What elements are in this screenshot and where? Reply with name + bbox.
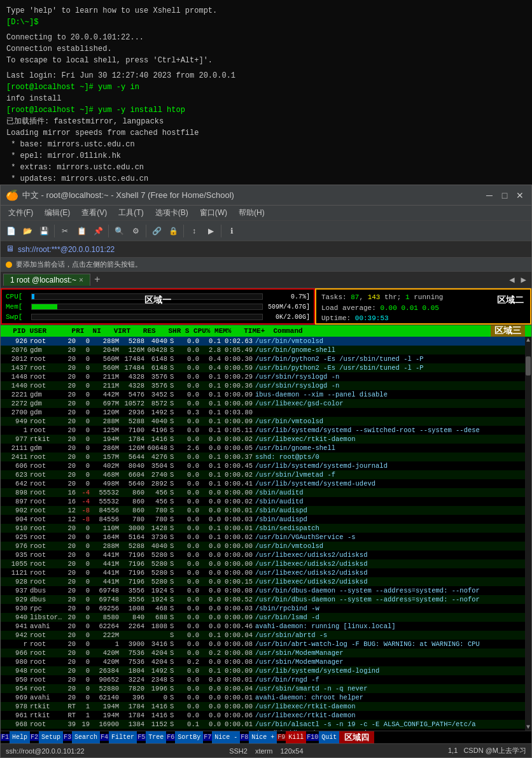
fkey-label-search[interactable]: Search <box>72 731 100 743</box>
table-row[interactable]: 948 root 20 0 26384 1804 1492 S 0.0 0.1 … <box>1 666 525 675</box>
fkey-f4[interactable]: F4 Filter <box>100 731 137 743</box>
table-row[interactable]: 928 root 20 0 441M 7196 5280 S 0.0 0.0 0… <box>1 577 525 586</box>
table-row[interactable]: 1440 root 20 0 211M 4328 3576 S 0.0 0.1 … <box>1 381 525 390</box>
table-row[interactable]: 942 root 20 0 222M S 0.0 0.1 0:00.04 /us… <box>1 631 525 640</box>
scroll-up-arrow[interactable]: ▲ <box>525 337 531 344</box>
fkey-label-nice-plus[interactable]: Nice + <box>249 731 277 743</box>
table-row[interactable]: 940 libstorag 20 0 8580 840 688 S 0.0 0.… <box>1 613 525 622</box>
maximize-button[interactable]: □ <box>498 189 511 202</box>
table-row[interactable]: 941 avahi 20 0 62264 2264 1808 S 0.0 0.0… <box>1 622 525 631</box>
menu-window[interactable]: 窗口(W) <box>195 206 232 220</box>
menu-edit[interactable]: 编辑(E) <box>39 206 75 220</box>
table-row[interactable]: 623 root 20 0 468M 6604 2740 S 0.0 0.1 0… <box>1 470 525 479</box>
table-row[interactable]: 966 root 20 0 420M 7536 4204 S 0.0 0.2 0… <box>1 649 525 657</box>
tb-save-button[interactable]: 💾 <box>36 223 52 239</box>
tb-search-button[interactable]: 🔍 <box>111 223 127 239</box>
table-row[interactable]: 969 avahi 20 0 62140 396 0 S 0.0 0.0 0:0… <box>1 693 525 702</box>
fkey-label-sortby[interactable]: SortBy <box>175 731 203 743</box>
table-row[interactable]: 2012 root 20 0 560M 17484 6148 S 0.0 0.4… <box>1 354 525 363</box>
tb-new-button[interactable]: 📄 <box>3 223 18 239</box>
col-s: S <box>170 462 179 470</box>
fkey-f5[interactable]: F5 Tree <box>137 731 166 743</box>
tb-settings-button[interactable]: ⚙ <box>128 223 143 239</box>
scroll-down-arrow[interactable]: ▼ <box>525 724 531 731</box>
table-row[interactable]: 961 rtkit RT 1 194M 1784 1416 S 0.0 0.0 … <box>1 711 525 720</box>
table-row[interactable]: 976 root 20 0 288M 5288 4040 S 0.0 0.0 0… <box>1 542 525 551</box>
col-cpu: 0.0 <box>179 649 202 657</box>
table-row[interactable]: 968 root 39 19 16900 1384 1152 S 0.1 0.0… <box>1 720 525 729</box>
tab-add-button[interactable]: + <box>90 274 104 286</box>
fkey-label-quit[interactable]: Quit <box>319 731 339 743</box>
table-row[interactable]: 2700 gdm 20 0 120M 2936 1492 S 0.3 0.1 0… <box>1 408 525 417</box>
fkey-label-setup[interactable]: Setup <box>39 731 63 743</box>
tb-info-button[interactable]: ℹ <box>224 223 239 239</box>
fkey-f2[interactable]: F2 Setup <box>30 731 63 743</box>
table-row[interactable]: 949 root 20 0 288M 5288 4040 S 0.0 0.1 0… <box>1 417 525 426</box>
close-button[interactable]: ✕ <box>514 189 526 202</box>
table-row[interactable]: 1437 root 20 0 560M 17484 6148 S 0.0 0.4… <box>1 363 525 372</box>
menu-view[interactable]: 查看(V) <box>76 206 112 220</box>
menu-help[interactable]: 帮助(H) <box>234 206 270 220</box>
tab-next-button[interactable]: ▶ <box>519 274 529 285</box>
table-row[interactable]: 902 root 12 -8 84556 860 780 S 0.0 0.0 0… <box>1 506 525 515</box>
table-row[interactable]: 978 rtkit RT 1 194M 1784 1416 S 0.0 0.0 … <box>1 702 525 711</box>
table-row[interactable]: r root 20 0 1 3900 3416 S 0.0 0.0 0:00.0… <box>1 640 525 649</box>
table-row[interactable]: 2411 root 20 0 157M 5644 4276 S 0.0 0.1 … <box>1 453 525 461</box>
scroll-thumb[interactable] <box>526 356 531 375</box>
fkey-label-filter[interactable]: Filter <box>109 731 137 743</box>
table-row[interactable]: 898 root 16 -4 55532 860 456 S 0.0 0.0 0… <box>1 488 525 497</box>
table-row[interactable]: 937 dbus 20 0 69748 3556 1924 S 0.0 0.0 … <box>1 586 525 595</box>
fkey-f9[interactable]: F9 Kill <box>277 731 306 743</box>
tb-copy-button[interactable]: 📋 <box>74 223 89 239</box>
table-row[interactable]: 950 root 20 0 90652 3224 2348 S 0.0 0.0 … <box>1 675 525 684</box>
table-row[interactable]: 606 root 20 0 402M 8040 3504 S 0.0 0.1 0… <box>1 461 525 470</box>
fkey-f3[interactable]: F3 Search <box>63 731 100 743</box>
col-cpu: 0.2 <box>179 658 202 666</box>
table-row[interactable]: 904 root 12 -8 84556 780 780 S 0.0 0.0 0… <box>1 515 525 524</box>
fkey-label-kill[interactable]: Kill <box>286 731 306 743</box>
fkey-f7[interactable]: F7 Nice - <box>203 731 240 743</box>
proc-list[interactable]: 926 root 20 0 288M 5288 4040 S 0.0 0.1 0… <box>1 337 525 731</box>
tb-terminal-button[interactable]: ▶ <box>203 223 218 239</box>
table-row[interactable]: 930 rpc 20 0 69256 1008 468 S 0.0 0.0 0:… <box>1 604 525 613</box>
table-row[interactable]: 954 root 20 0 52880 7820 1996 S 0.0 0.0 … <box>1 684 525 693</box>
table-row[interactable]: 1121 root 20 0 441M 7196 5280 S 0.0 0.0 … <box>1 568 525 577</box>
table-row[interactable]: 2221 gdm 20 0 442M 5476 3452 S 0.0 0.1 0… <box>1 390 525 399</box>
table-row[interactable]: 980 root 20 0 420M 7536 4204 S 0.2 0.0 0… <box>1 657 525 666</box>
minimize-button[interactable]: ─ <box>483 189 496 202</box>
table-row[interactable]: 1 root 20 0 125M 7100 4196 S 0.0 0.1 0:0… <box>1 426 525 435</box>
fkey-f1[interactable]: F1 Help <box>1 731 30 743</box>
fkey-f8[interactable]: F8 Nice + <box>240 731 277 743</box>
table-row[interactable]: 1448 root 20 0 211M 4328 3576 S 0.0 0.1 … <box>1 372 525 381</box>
tab-close-button[interactable]: × <box>79 276 83 284</box>
table-row[interactable]: 925 root 20 0 164M 5164 3736 S 0.0 0.1 0… <box>1 533 525 542</box>
table-row[interactable]: 929 dbus 20 0 69748 3556 1924 S 0.0 0.0 … <box>1 595 525 604</box>
fkey-label-help[interactable]: Help <box>10 731 30 743</box>
fkey-label-nice-minus[interactable]: Nice - <box>212 731 240 743</box>
tb-paste-button[interactable]: 📌 <box>90 223 106 239</box>
table-row[interactable]: 1055 root 20 0 441M 7196 5280 S 0.0 0.0 … <box>1 559 525 568</box>
table-row[interactable]: 926 root 20 0 288M 5288 4040 S 0.0 0.1 0… <box>1 337 525 346</box>
tab-prev-button[interactable]: ◀ <box>507 274 517 285</box>
tab-item-active[interactable]: 1 root @localhost:~ × <box>3 274 90 286</box>
table-row[interactable]: 642 root 20 0 498M 5640 2892 S 0.0 0.1 0… <box>1 479 525 488</box>
table-row[interactable]: 2111 gdm 20 0 286M 126M 60648 S 2.6 0.0 … <box>1 444 525 453</box>
table-row[interactable]: 910 root 20 0 110M 3000 1428 S 0.0 0.1 0… <box>1 524 525 533</box>
scrollbar[interactable]: ▲ ▼ <box>525 337 531 731</box>
tb-disconnect-button[interactable]: 🔒 <box>165 223 181 239</box>
tb-transfer-button[interactable]: ↕ <box>186 223 202 239</box>
table-row[interactable]: 2272 gdm 20 0 697M 10572 8572 S 0.0 0.1 … <box>1 399 525 408</box>
menu-tools[interactable]: 工具(T) <box>113 206 148 220</box>
table-row[interactable]: 977 rtkit 20 0 194M 1784 1416 S 0.0 0.0 … <box>1 435 525 444</box>
table-row[interactable]: 897 root 16 -4 55532 860 456 S 0.0 0.0 0… <box>1 497 525 506</box>
tb-open-button[interactable]: 📂 <box>20 223 35 239</box>
tb-connect-button[interactable]: 🔗 <box>149 223 164 239</box>
menu-file[interactable]: 文件(F) <box>3 206 38 220</box>
tb-cut-button[interactable]: ✂ <box>57 223 73 239</box>
fkey-f6[interactable]: F6 SortBy <box>166 731 203 743</box>
menu-tab[interactable]: 选项卡(B) <box>150 206 193 220</box>
table-row[interactable]: 2076 gdm 20 0 204M 126M 00428 S 0.0 2.8 … <box>1 346 525 354</box>
table-row[interactable]: 935 root 20 0 441M 7196 5280 S 0.0 0.0 0… <box>1 551 525 559</box>
fkey-f10[interactable]: F10 Quit <box>306 731 339 743</box>
fkey-label-tree[interactable]: Tree <box>146 731 166 743</box>
